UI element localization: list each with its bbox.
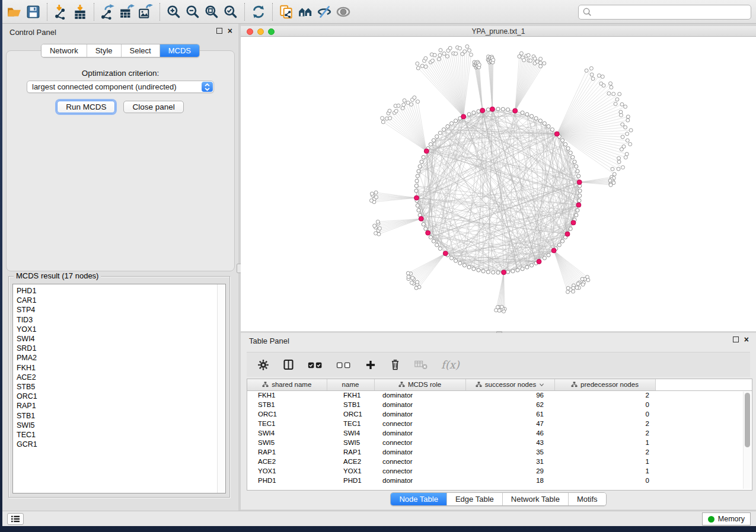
table-cell[interactable]: 2	[554, 428, 655, 438]
open-session-icon[interactable]	[5, 2, 24, 21]
table-cell[interactable]: ORC1	[327, 409, 374, 419]
zoom-out-icon[interactable]	[183, 2, 202, 21]
mcds-result-item[interactable]: ORC1	[17, 392, 213, 401]
table-cell[interactable]: FKH1	[327, 390, 374, 400]
table-row[interactable]: ACE2ACE2connector311	[247, 457, 752, 466]
import-table-icon[interactable]	[71, 2, 90, 21]
table-cell[interactable]: 2	[554, 390, 655, 400]
clone-network-icon[interactable]	[277, 2, 296, 21]
table-cell[interactable]: connector	[374, 466, 465, 476]
network-graph[interactable]	[241, 37, 756, 331]
mcds-result-item[interactable]: STP4	[17, 305, 213, 315]
table-cell[interactable]: 18	[465, 476, 554, 485]
table-cell[interactable]: ORC1	[247, 409, 327, 419]
table-cell[interactable]: STB1	[247, 400, 327, 409]
table-cell[interactable]: YOX1	[327, 466, 374, 476]
mcds-result-item[interactable]: SWI5	[17, 421, 213, 430]
column-header-MCDS-role[interactable]: MCDS role	[374, 379, 465, 390]
node-table-area[interactable]: shared namenameMCDS rolesuccessor nodesp…	[247, 379, 752, 491]
zoom-in-icon[interactable]	[164, 2, 183, 21]
table-scrollbar[interactable]	[743, 392, 751, 489]
table-tab-node-table[interactable]: Node Table	[391, 493, 446, 505]
column-header-successor-nodes[interactable]: successor nodes	[465, 379, 554, 390]
run-mcds-button[interactable]: Run MCDS	[57, 101, 115, 113]
table-cell[interactable]: connector	[374, 457, 465, 466]
search-input[interactable]	[592, 8, 751, 17]
table-cell[interactable]: ACE2	[247, 457, 327, 466]
show-details-icon[interactable]	[334, 2, 353, 21]
mcds-result-list[interactable]: PHD1CAR1STP4TID3YOX1SWI4SRD1PMA2FKH1ACE2…	[12, 284, 226, 493]
table-cell[interactable]: 29	[465, 466, 554, 476]
network-titlebar[interactable]: YPA_prune.txt_1	[241, 26, 756, 37]
table-cell[interactable]: SWI4	[327, 428, 374, 438]
deselect-all-rows-icon[interactable]	[336, 360, 352, 370]
table-row[interactable]: SWI5SWI5connector431	[247, 438, 752, 447]
export-image-icon[interactable]	[136, 2, 155, 21]
table-cell[interactable]: 1	[554, 466, 655, 476]
table-cell[interactable]: SWI5	[247, 438, 327, 447]
table-cell[interactable]: RAP1	[327, 447, 374, 457]
tab-select[interactable]: Select	[121, 44, 160, 57]
hide-details-icon[interactable]	[315, 2, 334, 21]
table-cell[interactable]: 1	[554, 438, 655, 447]
refresh-icon[interactable]	[249, 2, 268, 21]
table-settings-gear-icon[interactable]	[257, 359, 269, 371]
table-tab-motifs[interactable]: Motifs	[568, 493, 606, 505]
mcds-result-item[interactable]: STB1	[17, 411, 213, 421]
table-cell[interactable]: 0	[554, 476, 655, 485]
column-header-name[interactable]: name	[327, 379, 374, 390]
table-cell[interactable]: 43	[465, 438, 554, 447]
table-cell[interactable]: dominator	[374, 390, 465, 400]
table-scrollbar-thumb[interactable]	[745, 393, 750, 447]
table-cell[interactable]: 2	[554, 419, 655, 428]
table-cell[interactable]: STB1	[327, 400, 374, 409]
mcds-result-item[interactable]: YOX1	[17, 325, 213, 334]
table-cell[interactable]: YOX1	[247, 466, 327, 476]
column-header-shared-name[interactable]: shared name	[247, 379, 327, 390]
table-tab-edge-table[interactable]: Edge Table	[446, 493, 502, 505]
select-all-rows-icon[interactable]	[308, 360, 323, 370]
mcds-list-scrollbar[interactable]	[217, 284, 225, 493]
mcds-result-item[interactable]: ACE2	[17, 373, 213, 382]
table-row[interactable]: PHD1PHD1dominator180	[247, 476, 752, 485]
table-cell[interactable]: dominator	[374, 476, 465, 485]
close-panel-button[interactable]: Close panel	[123, 101, 183, 113]
table-cell[interactable]: 96	[465, 390, 554, 400]
table-cell[interactable]: RAP1	[247, 447, 327, 457]
table-cell[interactable]: SWI5	[327, 438, 374, 447]
show-column-icon[interactable]	[282, 358, 295, 371]
table-cell[interactable]: 0	[554, 400, 655, 409]
tab-style[interactable]: Style	[87, 44, 121, 57]
table-cell[interactable]: connector	[374, 419, 465, 428]
optimization-criterion-select[interactable]: largest connected component (undirected)	[27, 81, 214, 93]
table-cell[interactable]: 2	[554, 447, 655, 457]
table-row[interactable]: TEC1TEC1connector472	[247, 419, 752, 428]
table-cell[interactable]: 1	[554, 457, 655, 466]
tab-network[interactable]: Network	[42, 44, 87, 57]
table-cell[interactable]: connector	[374, 438, 465, 447]
mcds-result-item[interactable]: GCR1	[17, 440, 213, 449]
mcds-result-item[interactable]: CAR1	[17, 296, 213, 305]
table-row[interactable]: ORC1ORC1dominator610	[247, 409, 752, 419]
zoom-selected-icon[interactable]	[221, 2, 240, 21]
close-table-panel-icon[interactable]: ×	[744, 336, 749, 342]
table-cell[interactable]: SWI4	[247, 428, 327, 438]
mcds-result-item[interactable]: TEC1	[17, 430, 213, 440]
column-header-predecessor-nodes[interactable]: predecessor nodes	[554, 379, 655, 390]
table-cell[interactable]: 46	[465, 428, 554, 438]
export-table-icon[interactable]	[117, 2, 136, 21]
table-cell[interactable]: TEC1	[247, 419, 327, 428]
table-row[interactable]: RAP1RAP1dominator352	[247, 447, 752, 457]
table-cell[interactable]: ACE2	[327, 457, 374, 466]
table-cell[interactable]: dominator	[374, 400, 465, 409]
task-history-button[interactable]	[7, 513, 24, 525]
mcds-result-item[interactable]: SRD1	[17, 344, 213, 353]
mcds-result-item[interactable]: PMA2	[17, 353, 213, 363]
network-canvas[interactable]	[241, 37, 756, 331]
mcds-result-item[interactable]: SWI4	[17, 334, 213, 344]
table-cell[interactable]: dominator	[374, 447, 465, 457]
show-all-networks-icon[interactable]	[296, 2, 315, 21]
float-panel-icon[interactable]	[216, 28, 222, 34]
table-row[interactable]: FKH1FKH1dominator962	[247, 390, 752, 400]
zoom-fit-icon[interactable]	[202, 2, 221, 21]
